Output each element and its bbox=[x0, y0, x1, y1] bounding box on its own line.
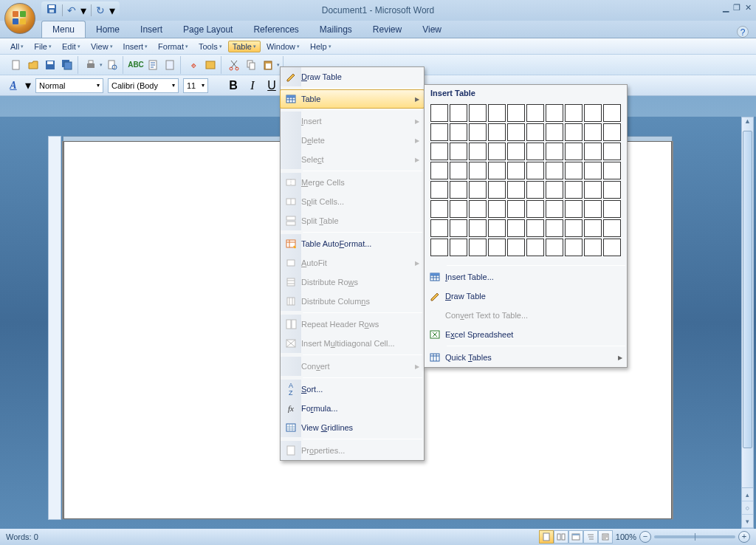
save-all-icon[interactable] bbox=[60, 58, 75, 72]
grid-cell[interactable] bbox=[565, 219, 583, 237]
grid-cell[interactable] bbox=[488, 181, 506, 199]
menu-sort[interactable]: AZSort... bbox=[281, 380, 424, 399]
grid-cell[interactable] bbox=[526, 162, 544, 179]
grid-cell[interactable] bbox=[450, 200, 467, 218]
grid-cell[interactable] bbox=[507, 162, 525, 179]
grid-cell[interactable] bbox=[603, 104, 621, 122]
print-icon[interactable] bbox=[83, 58, 98, 72]
grid-cell[interactable] bbox=[450, 239, 467, 256]
print-layout-view-icon[interactable] bbox=[539, 530, 554, 544]
submenu-excel[interactable]: Excel Spreadsheet bbox=[425, 325, 627, 344]
menu-formula[interactable]: fxFormula... bbox=[281, 399, 424, 418]
spellcheck-icon[interactable]: ABC bbox=[128, 58, 143, 72]
menu-window[interactable]: Window▾ bbox=[262, 41, 304, 52]
grid-cell[interactable] bbox=[507, 104, 525, 122]
grid-cell[interactable] bbox=[546, 239, 563, 256]
grid-cell[interactable] bbox=[565, 123, 583, 141]
styles-pane-icon[interactable]: A bbox=[6, 78, 21, 93]
grid-cell[interactable] bbox=[450, 219, 467, 237]
grid-cell[interactable] bbox=[584, 181, 602, 199]
outline-view-icon[interactable] bbox=[583, 530, 598, 544]
grid-cell[interactable] bbox=[546, 104, 563, 122]
grid-cell[interactable] bbox=[469, 123, 487, 141]
grid-cell[interactable] bbox=[450, 162, 467, 179]
save-icon[interactable] bbox=[43, 58, 58, 72]
grid-cell[interactable] bbox=[469, 162, 487, 179]
submenu-draw-table[interactable]: Draw Table bbox=[425, 287, 627, 306]
grid-cell[interactable] bbox=[488, 143, 506, 160]
menu-view[interactable]: View▾ bbox=[86, 41, 117, 52]
scroll-thumb[interactable] bbox=[743, 131, 752, 448]
menu-all[interactable]: All▾ bbox=[6, 41, 28, 52]
browse-object-icon[interactable]: ○ bbox=[742, 501, 753, 515]
office-button[interactable] bbox=[4, 3, 35, 34]
grid-cell[interactable] bbox=[584, 239, 602, 256]
grid-cell[interactable] bbox=[565, 200, 583, 218]
grid-cell[interactable] bbox=[507, 123, 525, 141]
grid-cell[interactable] bbox=[469, 239, 487, 256]
menu-format[interactable]: Format▾ bbox=[154, 41, 193, 52]
close-button[interactable]: ✕ bbox=[745, 3, 752, 13]
grid-cell[interactable] bbox=[603, 239, 621, 256]
grid-cell[interactable] bbox=[546, 123, 563, 141]
grid-cell[interactable] bbox=[469, 143, 487, 160]
underline-button[interactable]: U bbox=[264, 78, 279, 93]
menu-table-autoformat[interactable]: Table AutoFormat... bbox=[281, 234, 424, 253]
grid-cell[interactable] bbox=[507, 143, 525, 160]
zoom-in-button[interactable]: + bbox=[738, 531, 750, 543]
grid-cell[interactable] bbox=[488, 239, 506, 256]
cut-icon[interactable] bbox=[227, 58, 241, 72]
new-icon[interactable] bbox=[9, 58, 24, 72]
grid-cell[interactable] bbox=[603, 162, 621, 179]
grid-cell[interactable] bbox=[603, 181, 621, 199]
grid-cell[interactable] bbox=[603, 219, 621, 237]
grid-cell[interactable] bbox=[430, 200, 448, 218]
grid-cell[interactable] bbox=[584, 219, 602, 237]
submenu-insert-table[interactable]: Insert Table... bbox=[425, 267, 627, 287]
grid-cell[interactable] bbox=[469, 104, 487, 122]
copy-icon[interactable] bbox=[244, 58, 258, 72]
grid-cell[interactable] bbox=[526, 200, 544, 218]
grid-cell[interactable] bbox=[565, 239, 583, 256]
grid-cell[interactable] bbox=[430, 181, 448, 199]
grid-cell[interactable] bbox=[488, 219, 506, 237]
tab-mailings[interactable]: Mailings bbox=[309, 21, 362, 38]
menu-edit[interactable]: Edit▾ bbox=[58, 41, 85, 52]
grid-cell[interactable] bbox=[584, 200, 602, 218]
qat-customize-icon[interactable]: ▾ bbox=[109, 4, 115, 18]
paste-icon[interactable] bbox=[261, 58, 275, 72]
qat-undo-icon[interactable]: ↶ bbox=[67, 4, 76, 16]
tab-insert[interactable]: Insert bbox=[130, 21, 173, 38]
research-icon[interactable] bbox=[145, 58, 160, 72]
tab-page-layout[interactable]: Page Layout bbox=[173, 21, 243, 38]
qat-redo-icon[interactable]: ↻ bbox=[96, 4, 105, 16]
grid-cell[interactable] bbox=[603, 143, 621, 160]
bold-button[interactable]: B bbox=[226, 78, 241, 93]
grid-cell[interactable] bbox=[450, 143, 467, 160]
next-page-icon[interactable]: ▾ bbox=[742, 515, 753, 528]
grid-cell[interactable] bbox=[507, 219, 525, 237]
grid-cell[interactable] bbox=[488, 162, 506, 179]
grid-cell[interactable] bbox=[584, 123, 602, 141]
grid-cell[interactable] bbox=[430, 239, 448, 256]
grid-cell[interactable] bbox=[565, 104, 583, 122]
minimize-button[interactable]: ▁ bbox=[723, 3, 729, 13]
grid-cell[interactable] bbox=[488, 104, 506, 122]
grid-cell[interactable] bbox=[488, 200, 506, 218]
print-preview-icon[interactable] bbox=[105, 58, 120, 72]
web-layout-icon[interactable] bbox=[568, 530, 583, 544]
grid-cell[interactable] bbox=[565, 162, 583, 179]
style-selector[interactable]: Normal▾ bbox=[35, 78, 103, 93]
zoom-level[interactable]: 100% bbox=[616, 532, 636, 541]
grid-cell[interactable] bbox=[430, 104, 448, 122]
lookup-icon[interactable]: ⟐ bbox=[186, 58, 201, 72]
zoom-slider[interactable] bbox=[654, 535, 735, 538]
tab-view[interactable]: View bbox=[412, 21, 452, 38]
grid-cell[interactable] bbox=[450, 181, 467, 199]
grid-cell[interactable] bbox=[526, 219, 544, 237]
grid-cell[interactable] bbox=[584, 104, 602, 122]
grid-cell[interactable] bbox=[603, 200, 621, 218]
scroll-up-icon[interactable]: ▲ bbox=[742, 117, 753, 129]
grid-cell[interactable] bbox=[488, 123, 506, 141]
restore-button[interactable]: ❐ bbox=[733, 3, 740, 13]
